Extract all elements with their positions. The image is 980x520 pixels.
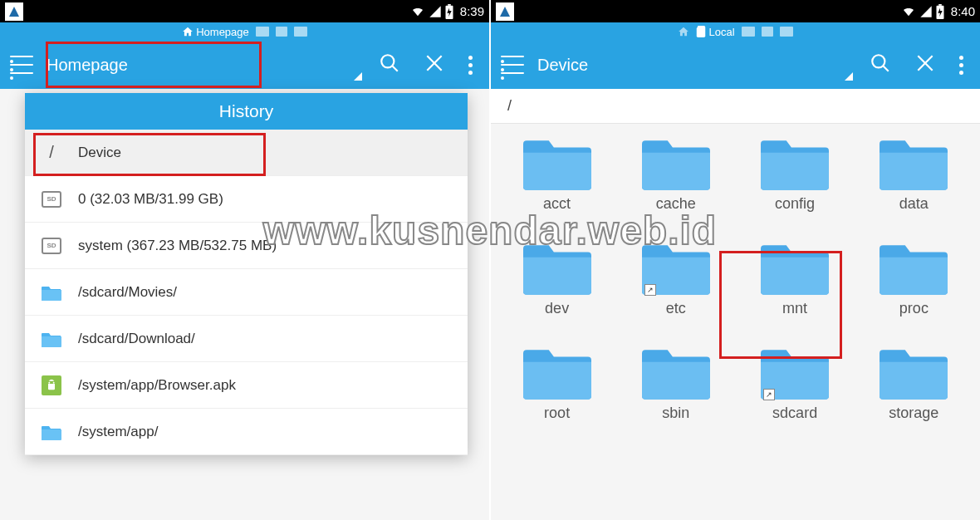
folder-acct[interactable]: acct — [497, 132, 616, 216]
home-icon[interactable] — [678, 26, 689, 37]
signal-icon — [919, 5, 933, 18]
svg-rect-14 — [762, 27, 773, 37]
location-dropdown[interactable]: Device — [537, 41, 870, 89]
history-item-label: 0 (32.03 MB/31.99 GB) — [78, 191, 223, 208]
home-icon — [182, 26, 194, 37]
history-item-label: /system/app/Browser.apk — [78, 377, 236, 394]
svg-point-9 — [48, 381, 50, 383]
svg-rect-3 — [276, 27, 287, 37]
folder-label: storage — [889, 405, 938, 422]
search-button[interactable] — [870, 52, 891, 77]
svg-point-10 — [53, 381, 55, 383]
history-item[interactable]: /sdcard/Movies/ — [25, 269, 468, 316]
search-button[interactable] — [379, 52, 400, 77]
folder-label: proc — [899, 300, 929, 317]
history-item-label: system (367.23 MB/532.75 MB) — [78, 238, 277, 254]
window-icon — [780, 27, 793, 37]
folder-label: cache — [656, 195, 696, 213]
folder-icon — [40, 329, 63, 349]
overflow-menu-button[interactable] — [959, 56, 963, 75]
history-item[interactable]: 0 (32.03 MB/31.99 GB) — [25, 176, 468, 223]
folder-label: sdcard — [772, 405, 817, 422]
history-item[interactable]: /system/app/Browser.apk — [25, 362, 468, 409]
app-icon — [5, 2, 23, 21]
window-icon — [762, 27, 773, 37]
clock: 8:39 — [460, 4, 484, 18]
status-bar: 8:40 — [491, 0, 980, 22]
folder-icon — [40, 282, 63, 302]
folder-proc[interactable]: proc — [855, 237, 973, 321]
sd-card-icon — [696, 26, 706, 37]
symlink-badge-icon: ↗ — [763, 389, 775, 400]
breadcrumb-home[interactable]: Homepage — [182, 26, 249, 38]
window-icon — [276, 27, 287, 37]
overflow-menu-button[interactable] — [468, 56, 473, 75]
breadcrumb-bar: Local — [491, 22, 980, 41]
svg-rect-1 — [448, 4, 451, 6]
svg-point-5 — [381, 55, 394, 67]
history-item-label: /sdcard/Movies/ — [78, 284, 177, 301]
toolbar: Device — [491, 41, 980, 89]
sd-icon — [40, 189, 63, 209]
svg-point-16 — [872, 55, 884, 67]
svg-rect-2 — [256, 27, 269, 37]
apk-icon — [40, 375, 63, 395]
breadcrumb-local[interactable]: Local — [696, 26, 734, 38]
wifi-icon — [409, 5, 426, 18]
folder-label: mnt — [782, 300, 807, 317]
folder-sdcard[interactable]: ↗sdcard — [736, 341, 855, 425]
signal-icon — [429, 5, 442, 18]
breadcrumb-bar: Homepage — [0, 22, 489, 41]
folder-icon — [40, 422, 63, 442]
dropdown-triangle-icon — [845, 72, 853, 81]
sd-icon — [40, 236, 63, 256]
folder-label: data — [899, 195, 929, 213]
history-item-label: /system/app/ — [78, 424, 158, 440]
location-dropdown[interactable]: Homepage — [47, 41, 379, 89]
path-bar[interactable]: / — [491, 89, 980, 124]
folder-label: sbin — [662, 405, 689, 422]
svg-rect-15 — [780, 27, 793, 37]
window-icon — [256, 27, 269, 37]
window-icon — [294, 27, 307, 37]
status-bar: 8:39 — [0, 0, 489, 22]
window-icon — [742, 27, 755, 37]
clock: 8:40 — [951, 4, 975, 18]
wifi-icon — [900, 5, 917, 18]
toolbar: Homepage — [0, 41, 489, 89]
folder-label: config — [775, 195, 815, 213]
folder-data[interactable]: data — [855, 132, 973, 216]
history-item[interactable]: /Device — [25, 130, 468, 176]
folder-sbin[interactable]: sbin — [616, 341, 735, 425]
svg-rect-13 — [742, 27, 755, 37]
menu-icon[interactable] — [10, 56, 33, 74]
menu-icon[interactable] — [501, 56, 524, 74]
svg-line-17 — [883, 66, 889, 71]
folder-etc[interactable]: ↗etc — [616, 237, 735, 321]
slash-icon: / — [40, 143, 63, 163]
left-screenshot: 8:39 Homepage Homepage History /Device0 … — [0, 0, 489, 520]
history-item[interactable]: /system/app/ — [25, 409, 468, 455]
folder-label: root — [544, 405, 570, 422]
history-dropdown: History /Device0 (32.03 MB/31.99 GB)syst… — [25, 93, 468, 455]
folder-storage[interactable]: storage — [855, 341, 973, 425]
dropdown-header: History — [25, 93, 468, 130]
folder-label: dev — [545, 300, 569, 317]
folder-dev[interactable]: dev — [497, 237, 616, 321]
folder-cache[interactable]: cache — [616, 132, 735, 216]
history-item-label: /sdcard/Download/ — [78, 331, 195, 347]
symlink-badge-icon: ↗ — [644, 284, 656, 296]
close-button[interactable] — [914, 52, 936, 77]
app-icon — [496, 2, 514, 21]
history-item[interactable]: system (367.23 MB/532.75 MB) — [25, 223, 468, 269]
svg-rect-4 — [294, 27, 307, 37]
dropdown-triangle-icon — [354, 72, 362, 81]
right-screenshot: 8:40 Local Device / acctcacheconfigdatad… — [491, 0, 980, 520]
folder-root[interactable]: root — [497, 341, 616, 425]
folder-config[interactable]: config — [736, 132, 855, 216]
history-item[interactable]: /sdcard/Download/ — [25, 316, 468, 362]
folder-label: etc — [666, 300, 686, 317]
close-button[interactable] — [424, 52, 445, 77]
folder-mnt[interactable]: mnt — [736, 237, 855, 321]
battery-icon — [935, 4, 945, 19]
